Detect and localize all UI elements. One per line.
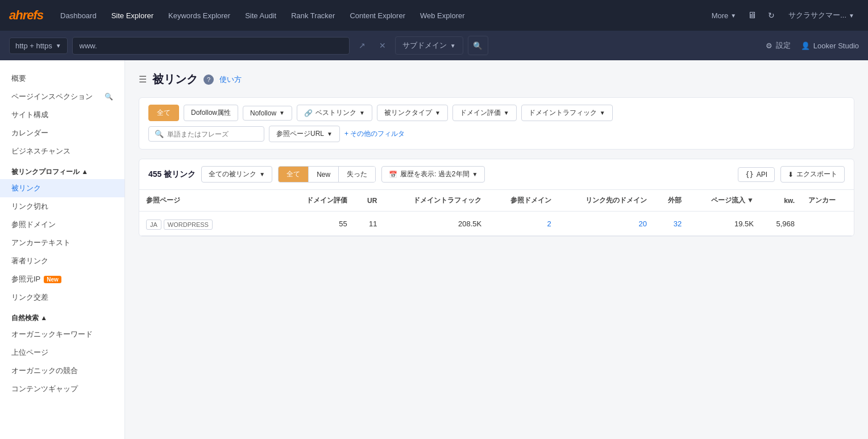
other-filters-link[interactable]: + その他のフィルタ — [344, 129, 405, 139]
account-menu[interactable]: サクラサクマー... ▼ — [784, 8, 859, 23]
table-toolbar: 455 被リンク 全ての被リンク ▼ 全て New 失った 📅 履歴を表示: 過… — [139, 159, 854, 190]
filter-backlink-type-button[interactable]: 被リンクタイプ ▼ — [377, 105, 448, 121]
sidebar-item-link-intersection[interactable]: リンク交差 — [0, 288, 124, 307]
filter-bar: 全て Dofollow属性 Nofollow ▼ 🔗 ベストリンク ▼ 被リンク… — [139, 97, 854, 150]
col-anchor[interactable]: アンカー — [801, 190, 854, 212]
col-domain-traffic[interactable]: ドメイントラフィック — [384, 190, 488, 212]
cell-ref-page: JAWORDPRESS — [139, 212, 284, 236]
sidebar-item-site-structure[interactable]: サイト構成 — [0, 106, 124, 124]
tab-group: 全て New 失った — [278, 166, 376, 183]
subdomain-button[interactable]: サブドメイン ▼ — [395, 36, 463, 55]
cell-link-to-domain[interactable]: 20 — [558, 212, 654, 236]
chevron-down-icon-account: ▼ — [849, 13, 854, 19]
how-to-use-link[interactable]: 使い方 — [219, 74, 242, 85]
cell-dr: 55 — [284, 212, 354, 236]
cell-anchor — [801, 212, 854, 236]
chevron-down-icon-history: ▼ — [472, 171, 478, 177]
filter-nofollow-button[interactable]: Nofollow ▼ — [243, 106, 292, 121]
backlinks-count: 455 被リンク — [148, 169, 196, 180]
main-content: ☰ 被リンク ? 使い方 全て Dofollow属性 Nofollow ▼ 🔗 … — [125, 60, 868, 439]
hamburger-icon[interactable]: ☰ — [139, 74, 147, 85]
sidebar-section-organic-search: 自然検索 ▲ — [0, 307, 124, 325]
phrase-input[interactable] — [167, 130, 258, 138]
col-link-to-domain[interactable]: リンク先のドメイン — [558, 190, 654, 212]
filter-domain-rating-button[interactable]: ドメイン評価 ▼ — [452, 105, 517, 121]
col-kw[interactable]: kw. — [761, 190, 801, 212]
col-ur[interactable]: UR — [354, 190, 384, 212]
sidebar-item-page-inspection[interactable]: ページインスペクション 🔍 — [0, 88, 124, 106]
monitor-icon[interactable]: 🖥 — [743, 6, 761, 24]
more-button[interactable]: More ▼ — [706, 8, 742, 23]
page-header: ☰ 被リンク ? 使い方 — [139, 72, 854, 87]
nav-item-rank-tracker[interactable]: Rank Tracker — [284, 8, 342, 23]
sidebar-item-business-opportunity[interactable]: ビジネスチャンス — [0, 142, 124, 160]
logo[interactable]: ahrefs — [9, 8, 43, 23]
top-nav: ahrefs Dashboard Site Explorer Keywords … — [0, 0, 868, 31]
chevron-down-icon-dr: ▼ — [504, 110, 509, 116]
sidebar-item-overview[interactable]: 概要 — [0, 69, 124, 88]
table-row: JAWORDPRESS5511208.5K2203219.5K5,968 — [139, 212, 854, 236]
sidebar-item-content-gap[interactable]: コンテンツギャップ — [0, 380, 124, 398]
settings-button[interactable]: ⚙ 設定 — [760, 37, 796, 54]
filter-all-button[interactable]: 全て — [148, 105, 179, 121]
export-button[interactable]: ⬇ エクスポート — [780, 166, 845, 183]
sidebar-item-author-links[interactable]: 著者リンク — [0, 252, 124, 270]
col-page-inflow[interactable]: ページ流入 ▼ — [688, 190, 761, 212]
cell-ref-domain[interactable]: 2 — [488, 212, 558, 236]
sidebar-item-anchor-text[interactable]: アンカーテキスト — [0, 234, 124, 252]
history-button[interactable]: 📅 履歴を表示: 過去2年間 ▼ — [381, 166, 485, 183]
looker-studio-link[interactable]: 👤 Looker Studio — [801, 42, 859, 50]
col-external[interactable]: 外部 — [654, 190, 688, 212]
all-backlinks-dropdown[interactable]: 全ての被リンク ▼ — [201, 166, 272, 183]
cell-kw: 5,968 — [761, 212, 801, 236]
nav-item-web-explorer[interactable]: Web Explorer — [413, 8, 472, 23]
protocol-select[interactable]: http + https ▼ — [9, 38, 68, 54]
search-bar: http + https ▼ ↗ ✕ サブドメイン ▼ 🔍 ⚙ 設定 👤 Loo… — [0, 31, 868, 60]
tab-all[interactable]: 全て — [279, 167, 309, 182]
tab-lost[interactable]: 失った — [339, 167, 375, 182]
filter-domain-traffic-button[interactable]: ドメイントラフィック ▼ — [521, 105, 613, 121]
open-url-icon[interactable]: ↗ — [354, 38, 370, 53]
ref-page-url-button[interactable]: 参照ページURL ▼ — [269, 126, 340, 142]
search-icon-filter: 🔍 — [155, 130, 164, 138]
chevron-down-icon-protocol: ▼ — [56, 43, 61, 49]
chevron-down-icon-url: ▼ — [327, 131, 333, 137]
filter-row-2: 🔍 参照ページURL ▼ + その他のフィルタ — [148, 126, 845, 142]
sidebar-item-organic-keywords[interactable]: オーガニックキーワード — [0, 325, 124, 343]
refresh-icon[interactable]: ↻ — [762, 6, 780, 24]
sidebar-item-referring-ip[interactable]: 参照元IP New — [0, 270, 124, 288]
search-button[interactable]: 🔍 — [468, 36, 488, 55]
col-domain-rating[interactable]: ドメイン評価 — [284, 190, 354, 212]
search-icon-small: 🔍 — [105, 93, 113, 101]
tab-new[interactable]: New — [309, 167, 339, 182]
help-icon[interactable]: ? — [203, 74, 214, 85]
search-icon: 🔍 — [473, 42, 483, 50]
new-badge: New — [44, 276, 61, 283]
sidebar-item-referring-domains[interactable]: 参照ドメイン — [0, 216, 124, 234]
cell-page-inflow: 19.5K — [688, 212, 761, 236]
api-button[interactable]: {} API — [738, 167, 775, 182]
url-input[interactable] — [72, 37, 350, 55]
nav-item-dashboard[interactable]: Dashboard — [53, 8, 103, 23]
sidebar-item-top-pages[interactable]: 上位ページ — [0, 343, 124, 362]
code-icon: {} — [745, 171, 753, 179]
filter-dofollow-button[interactable]: Dofollow属性 — [184, 105, 238, 121]
chevron-down-icon: ▼ — [730, 13, 736, 19]
sidebar-item-organic-competitors[interactable]: オーガニックの競合 — [0, 362, 124, 380]
chevron-down-icon-traffic: ▼ — [600, 110, 605, 116]
cell-domain-traffic: 208.5K — [384, 212, 488, 236]
filter-best-link-button[interactable]: 🔗 ベストリンク ▼ — [297, 105, 372, 121]
nav-item-site-explorer[interactable]: Site Explorer — [105, 8, 160, 23]
tag: JA — [146, 220, 161, 230]
clear-url-icon[interactable]: ✕ — [375, 38, 391, 53]
sidebar-item-broken-links[interactable]: リンク切れ — [0, 197, 124, 216]
chevron-down-icon-backlinks: ▼ — [259, 171, 265, 177]
sidebar-item-backlinks[interactable]: 被リンク — [0, 179, 124, 197]
sidebar-item-calendar[interactable]: カレンダー — [0, 124, 124, 142]
col-ref-domain[interactable]: 参照ドメイン — [488, 190, 558, 212]
nav-item-content-explorer[interactable]: Content Explorer — [343, 8, 412, 23]
nav-item-keywords-explorer[interactable]: Keywords Explorer — [161, 8, 237, 23]
cell-external[interactable]: 32 — [654, 212, 688, 236]
nav-item-site-audit[interactable]: Site Audit — [238, 8, 283, 23]
col-ref-page[interactable]: 参照ページ — [139, 190, 284, 212]
